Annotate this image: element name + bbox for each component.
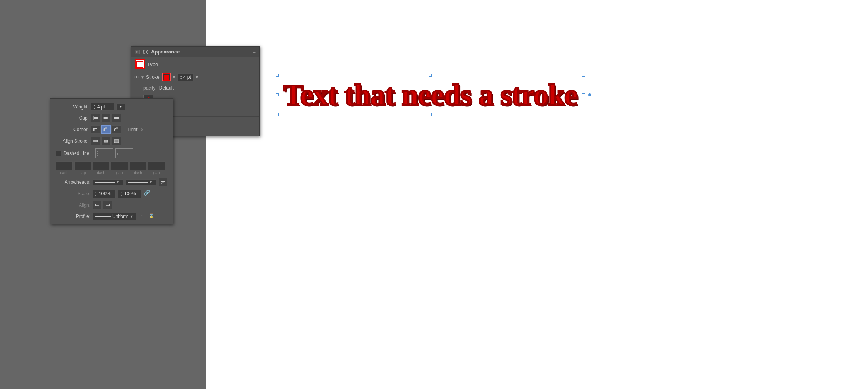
gap-3-input[interactable] bbox=[148, 161, 165, 170]
arrowhead-swap-button[interactable]: ⇄ bbox=[159, 178, 167, 186]
align-stroke-buttons bbox=[91, 137, 121, 145]
dash-1-input[interactable] bbox=[56, 161, 73, 170]
expand-stroke-icon[interactable]: ▼ bbox=[141, 75, 145, 80]
gap-1-input[interactable] bbox=[74, 161, 91, 170]
corner-miter-button[interactable] bbox=[91, 125, 100, 134]
dash-pattern-2-button[interactable] bbox=[115, 148, 133, 158]
scale-link-button[interactable]: 🔗 bbox=[143, 190, 152, 198]
align-center-icon bbox=[93, 138, 98, 144]
gap-2-input[interactable] bbox=[111, 161, 128, 170]
align-arrow-buttons bbox=[93, 201, 112, 209]
scale-2-control[interactable]: ▲ ▼ 100% bbox=[118, 190, 141, 198]
stroke-weight-arrow[interactable]: ▼ bbox=[195, 75, 199, 79]
align-center-button[interactable] bbox=[91, 137, 100, 145]
arrowhead-start-select[interactable]: ▼ bbox=[93, 179, 123, 185]
panel-menu-button[interactable]: ≡ bbox=[253, 49, 256, 55]
handle-bottom-right[interactable] bbox=[582, 113, 585, 116]
panel-title-area: × ❮❮ Appearance bbox=[135, 49, 180, 55]
handle-middle-right[interactable] bbox=[582, 93, 585, 96]
corner-label: Corner: bbox=[54, 127, 89, 132]
handle-middle-left[interactable] bbox=[276, 93, 279, 96]
cap-butt-button[interactable] bbox=[91, 114, 100, 122]
scale-label: Scale: bbox=[56, 191, 90, 196]
corner-bevel-icon bbox=[114, 127, 119, 132]
scale-1-control[interactable]: ▲ ▼ 100% bbox=[93, 190, 116, 198]
dash-2-input[interactable] bbox=[93, 161, 110, 170]
stroke-color-inner bbox=[163, 74, 170, 80]
type-swatch[interactable] bbox=[135, 59, 145, 69]
center-handle[interactable] bbox=[588, 93, 591, 96]
stroke-weight-stepper[interactable]: ▲ ▼ bbox=[180, 75, 183, 80]
stepper-up[interactable]: ▲ bbox=[180, 75, 183, 77]
cap-butt-icon bbox=[93, 115, 98, 121]
cap-round-button[interactable] bbox=[101, 114, 111, 122]
cap-label: Cap: bbox=[54, 115, 89, 121]
corner-round-button[interactable] bbox=[101, 125, 111, 134]
dash-3-input[interactable] bbox=[130, 161, 146, 170]
dash-pattern-1-button[interactable] bbox=[95, 148, 113, 158]
profile-select[interactable]: Uniform ▼ bbox=[93, 213, 136, 220]
align-arrow-end-button[interactable] bbox=[103, 201, 112, 209]
handle-top-left[interactable] bbox=[276, 74, 279, 77]
scale-1-down[interactable]: ▼ bbox=[95, 194, 97, 197]
stepper-down[interactable]: ▼ bbox=[180, 78, 183, 80]
profile-line-preview bbox=[95, 216, 111, 217]
opacity-label-1: pacity: bbox=[143, 85, 157, 91]
dashed-line-label: Dashed Line bbox=[63, 151, 89, 156]
panel-expand-button[interactable]: ❮❮ bbox=[143, 49, 148, 55]
weight-dropdown[interactable]: ▼ bbox=[116, 104, 125, 110]
align-outside-icon bbox=[114, 138, 119, 144]
stroke-row: 👁 ▼ Stroke: ▼ ▲ ▼ 4 pt ▼ bbox=[131, 71, 259, 83]
gap-3-group: gap bbox=[148, 161, 165, 175]
opacity-row-1: pacity: Default bbox=[131, 83, 259, 93]
stroke-label: Stroke: bbox=[146, 75, 161, 80]
stroke-color-swatch[interactable] bbox=[162, 73, 171, 81]
cap-projecting-button[interactable] bbox=[112, 114, 121, 122]
scale-2-up[interactable]: ▲ bbox=[120, 191, 123, 194]
cap-buttons bbox=[91, 114, 121, 122]
scale-1-up[interactable]: ▲ bbox=[95, 191, 97, 194]
weight-up[interactable]: ▲ bbox=[93, 104, 96, 106]
corner-round-icon bbox=[103, 127, 109, 132]
weight-row: Weight: ▲ ▼ 4 pt ▼ bbox=[54, 103, 169, 111]
appearance-type-row: Type bbox=[131, 57, 259, 71]
arrowhead-end-arrow: ▼ bbox=[149, 180, 153, 184]
handle-bottom-middle[interactable] bbox=[429, 113, 432, 116]
arrowhead-end-select[interactable]: ▼ bbox=[126, 179, 156, 185]
arrowhead-end-preview bbox=[128, 182, 148, 183]
handle-bottom-left[interactable] bbox=[276, 113, 279, 116]
gap-2-group: gap bbox=[111, 161, 128, 175]
dashed-line-row: Dashed Line bbox=[54, 148, 169, 158]
weight-down[interactable]: ▼ bbox=[93, 107, 96, 110]
scale-2-stepper[interactable]: ▲ ▼ bbox=[120, 191, 123, 197]
dash-2-label: dash bbox=[97, 171, 105, 175]
corner-row: Corner: Limit: x bbox=[54, 125, 169, 134]
selected-text-container[interactable]: Text that needs a stroke bbox=[277, 75, 584, 115]
weight-control[interactable]: ▲ ▼ 4 pt bbox=[91, 103, 114, 111]
canvas-main-text[interactable]: Text that needs a stroke bbox=[277, 75, 584, 115]
scale-2-down[interactable]: ▼ bbox=[120, 194, 123, 197]
stroke-weight-value: 4 pt bbox=[183, 75, 191, 80]
stroke-weight-input[interactable]: ▲ ▼ 4 pt bbox=[177, 73, 194, 81]
dash-inputs-row: dash gap dash gap dash gap bbox=[54, 161, 169, 175]
profile-flip-button[interactable]: ↔ bbox=[138, 213, 146, 220]
dash-3-label: dash bbox=[134, 171, 142, 175]
limit-label: Limit: bbox=[123, 127, 139, 132]
align-arrows-row: Align: bbox=[54, 201, 169, 209]
handle-top-middle[interactable] bbox=[429, 74, 432, 77]
align-arrow-start-button[interactable] bbox=[93, 201, 102, 209]
dash-pattern-2-icon bbox=[117, 151, 131, 156]
panel-close-button[interactable]: × bbox=[135, 50, 140, 54]
stroke-color-arrow[interactable]: ▼ bbox=[172, 75, 176, 79]
weight-stepper[interactable]: ▲ ▼ bbox=[93, 104, 96, 110]
profile-reset-button[interactable]: ⌛ bbox=[148, 213, 156, 220]
corner-bevel-button[interactable] bbox=[112, 125, 121, 134]
dash-pattern-buttons bbox=[95, 148, 133, 158]
svg-rect-14 bbox=[95, 204, 96, 206]
visibility-icon[interactable]: 👁 bbox=[134, 75, 139, 80]
handle-top-right[interactable] bbox=[582, 74, 585, 77]
scale-1-stepper[interactable]: ▲ ▼ bbox=[95, 191, 97, 197]
align-outside-button[interactable] bbox=[112, 137, 121, 145]
dashed-line-checkbox[interactable] bbox=[56, 151, 61, 156]
align-inside-button[interactable] bbox=[101, 137, 111, 145]
